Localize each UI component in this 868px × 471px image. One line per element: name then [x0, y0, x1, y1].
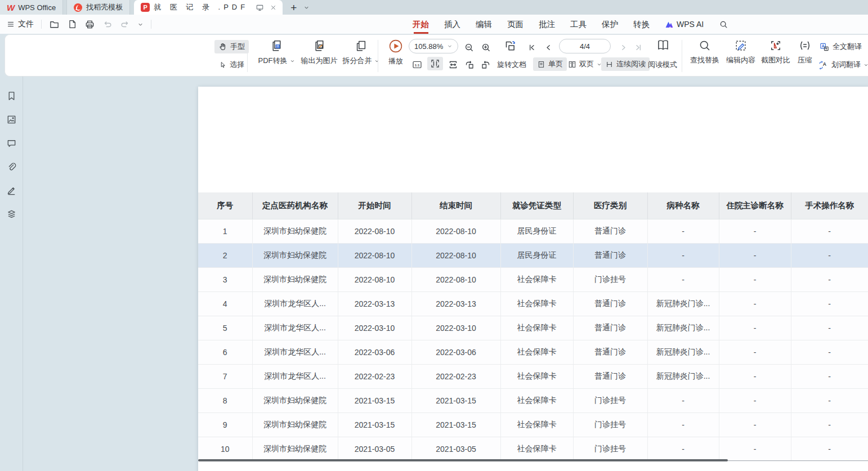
edit-content-button[interactable]: 编辑内容 — [723, 39, 758, 65]
tab-wps-office[interactable]: W WPS Office — [0, 0, 63, 15]
menu-tab-批注[interactable]: 批注 — [539, 15, 555, 34]
menu-tab-工具[interactable]: 工具 — [570, 15, 587, 34]
single-page-button[interactable]: 单页 — [533, 57, 567, 71]
continuous-read-button[interactable]: 连续阅读 — [601, 57, 650, 71]
menu-tab-开始[interactable]: 开始 — [413, 15, 429, 34]
chevron-down-icon — [447, 43, 453, 49]
zoom-out-button[interactable] — [464, 41, 475, 54]
table-cell: 社会保障卡 — [500, 340, 573, 364]
table-row: 5深圳市龙华区人...2022-03-102022-03-10社会保障卡普通门诊… — [198, 316, 868, 340]
find-replace-icon — [698, 39, 712, 52]
menu-tab-页面[interactable]: 页面 — [507, 15, 524, 34]
cursor-icon — [218, 61, 227, 69]
open-file-icon[interactable] — [49, 19, 60, 30]
zoom-in-button[interactable] — [481, 41, 491, 54]
comments-panel-button[interactable] — [5, 137, 17, 149]
menu-tab-编辑[interactable]: 编辑 — [476, 15, 492, 34]
file-menu-button[interactable]: 文件 — [7, 19, 34, 29]
table-cell: - — [719, 340, 791, 364]
fit-page-button[interactable] — [427, 57, 443, 70]
first-page-button[interactable] — [527, 41, 537, 54]
pdf-page: 序号定点医药机构名称开始时间结束时间就诊凭证类型医疗类别病种名称住院主诊断名称手… — [198, 87, 868, 471]
chevron-down-icon — [290, 59, 295, 64]
column-header: 住院主诊断名称 — [719, 192, 791, 219]
table-cell: - — [719, 316, 791, 340]
signature-panel-button[interactable] — [5, 184, 17, 196]
docer-logo-icon — [74, 3, 82, 12]
split-merge-button[interactable]: 拆分合并 — [340, 39, 382, 66]
save-icon[interactable] — [67, 19, 77, 29]
svg-text:A: A — [823, 61, 826, 66]
next-page-button[interactable] — [619, 41, 628, 54]
table-cell: 新冠肺炎门诊... — [647, 364, 719, 388]
pdf-convert-icon: W — [270, 39, 284, 53]
read-mode-label[interactable]: 阅读模式 — [648, 58, 677, 71]
redo-icon[interactable] — [120, 19, 130, 29]
quickbar-chevron-icon[interactable] — [137, 21, 144, 28]
compress-button[interactable]: 压缩 — [793, 39, 817, 65]
table-cell: 2021-03-15 — [411, 412, 500, 437]
tab-list-chevron-icon[interactable] — [303, 5, 310, 11]
menu-tab-插入[interactable]: 插入 — [444, 15, 460, 34]
table-cell: 6 — [198, 340, 252, 364]
table-cell: 2022-03-06 — [338, 340, 411, 364]
layers-panel-button[interactable] — [5, 208, 17, 220]
rotate-pages-button[interactable] — [503, 39, 517, 52]
actual-size-button[interactable]: 1:1 — [411, 58, 423, 71]
undo-icon[interactable] — [102, 19, 113, 29]
bookmarks-panel-button[interactable] — [5, 89, 17, 102]
table-cell: 门诊挂号 — [573, 267, 647, 291]
table-cell: - — [719, 291, 791, 316]
read-mode-button[interactable] — [656, 38, 670, 52]
pen-icon — [6, 185, 17, 196]
horizontal-scrollbar-thumb[interactable] — [198, 459, 728, 461]
find-replace-button[interactable]: 查找替换 — [687, 39, 722, 65]
table-cell: 2 — [198, 243, 252, 267]
table-cell: 9 — [198, 412, 252, 437]
new-tab-button[interactable]: + — [290, 2, 297, 13]
print-icon[interactable] — [84, 19, 95, 30]
thumbnails-panel-button[interactable] — [5, 113, 17, 125]
rotate-document-button[interactable]: 旋转文档 — [497, 58, 526, 71]
page-number-input[interactable]: 4/4 — [559, 39, 611, 53]
wps-ai-button[interactable]: WPS AI — [665, 20, 704, 29]
menu-tab-保护[interactable]: 保护 — [602, 15, 618, 34]
prev-page-button[interactable] — [544, 41, 553, 54]
table-cell: 2022-08-10 — [411, 219, 500, 243]
table-cell: 2022-08-10 — [338, 219, 411, 243]
rotate-right-button[interactable] — [480, 58, 491, 71]
table-cell: - — [791, 388, 868, 412]
table-cell: 7 — [198, 364, 252, 388]
table-cell: 3 — [198, 267, 252, 291]
fit-width-button[interactable] — [448, 58, 459, 71]
export-as-image-button[interactable]: 输出为图片 — [298, 39, 340, 66]
table-cell: 2022-08-10 — [411, 267, 500, 291]
zoom-select[interactable]: 105.88% — [409, 39, 458, 53]
table-cell: - — [791, 340, 868, 364]
column-header: 开始时间 — [338, 192, 411, 219]
pdf-convert-button[interactable]: W PDF转换 — [254, 39, 298, 66]
tab-docer-templates[interactable]: 找稻壳模板 — [66, 0, 130, 15]
rotate-left-button[interactable] — [464, 58, 475, 71]
play-button[interactable]: 播放 — [383, 39, 408, 66]
full-translate-button[interactable]: A 全文翻译 — [819, 40, 862, 53]
double-page-button[interactable]: 双页 — [568, 57, 602, 71]
screen-share-icon[interactable] — [256, 3, 264, 12]
column-header: 医疗类别 — [573, 192, 647, 219]
menu-tab-转换[interactable]: 转换 — [633, 15, 650, 34]
screenshot-compare-button[interactable]: 截图对比 — [758, 39, 793, 65]
menu-search-icon[interactable] — [719, 20, 728, 29]
hand-tool-button[interactable]: 手型 — [214, 40, 249, 53]
table-cell: 2021-03-15 — [338, 388, 411, 412]
last-page-button[interactable] — [633, 41, 643, 54]
tab-document-pdf[interactable]: P 就 医 记 录 .PDF — [134, 0, 283, 15]
table-cell: - — [719, 437, 791, 461]
word-translate-button[interactable]: A 划词翻译 — [818, 58, 868, 71]
wps-logo-icon: W — [7, 3, 14, 12]
table-cell: 2022-02-23 — [338, 364, 411, 388]
select-tool-button[interactable]: 选择 — [214, 58, 248, 71]
close-tab-icon[interactable] — [270, 4, 277, 11]
hand-icon — [218, 42, 227, 51]
attachments-panel-button[interactable] — [5, 160, 17, 173]
continuous-read-icon — [605, 60, 614, 69]
